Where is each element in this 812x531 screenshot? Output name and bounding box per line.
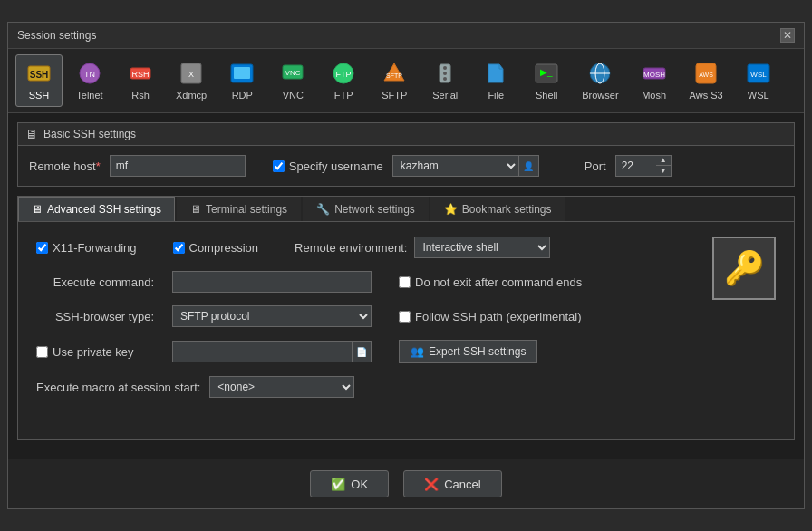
use-private-key-text: Use private key bbox=[53, 345, 134, 359]
close-button[interactable]: ✕ bbox=[780, 28, 795, 43]
basic-ssh-fields: Remote host* Specify username kazham 👤 P… bbox=[29, 155, 783, 177]
advanced-ssh-tab-label: Advanced SSH settings bbox=[47, 203, 161, 216]
svg-text:RSH: RSH bbox=[131, 70, 149, 79]
ssh-browser-type-label: SSH-browser type: bbox=[36, 310, 154, 323]
do-not-exit-label[interactable]: Do not exit after command ends bbox=[399, 275, 582, 289]
dialog-footer: ✅ OK ❌ Cancel bbox=[8, 459, 804, 508]
use-private-key-checkbox[interactable] bbox=[36, 346, 48, 358]
svg-text:VNC: VNC bbox=[285, 69, 301, 77]
remote-env-select[interactable]: Interactive shell Bash Custom bbox=[414, 237, 550, 258]
key-icon: 🔑 bbox=[724, 249, 765, 287]
follow-ssh-path-checkbox[interactable] bbox=[399, 311, 411, 323]
specify-username-checkbox-label[interactable]: Specify username bbox=[273, 159, 383, 173]
protocol-rdp[interactable]: RDP bbox=[218, 54, 266, 107]
username-select[interactable]: kazham bbox=[392, 155, 519, 177]
execute-command-input[interactable] bbox=[172, 271, 372, 293]
cancel-label: Cancel bbox=[444, 478, 480, 491]
cancel-button[interactable]: ❌ Cancel bbox=[403, 470, 501, 497]
protocol-ssh[interactable]: SSH SSH bbox=[15, 54, 63, 107]
protocol-rsh[interactable]: RSH Rsh bbox=[117, 54, 164, 107]
protocol-bar: SSH SSH TN Telnet RSH Rsh X Xdmcp bbox=[8, 49, 804, 113]
protocol-xdmcp[interactable]: X Xdmcp bbox=[168, 54, 215, 107]
protocol-rdp-label: RDP bbox=[232, 90, 253, 101]
macro-row: Execute macro at session start: <none> bbox=[36, 376, 694, 398]
protocol-vnc[interactable]: VNC VNC bbox=[269, 54, 316, 107]
rdp-icon bbox=[229, 61, 255, 86]
serial-icon bbox=[432, 61, 458, 86]
protocol-wsl[interactable]: WSL WSL bbox=[735, 54, 782, 107]
follow-ssh-path-text: Follow SSH path (experimental) bbox=[415, 310, 582, 323]
tab-network-settings[interactable]: 🔧 Network settings bbox=[303, 197, 429, 221]
protocol-ftp[interactable]: FTP FTP bbox=[320, 54, 367, 107]
specify-username-checkbox[interactable] bbox=[273, 160, 285, 172]
protocol-telnet-label: Telnet bbox=[76, 90, 102, 101]
protocol-telnet[interactable]: TN Telnet bbox=[66, 54, 113, 107]
adv-row-2: Execute command: Do not exit after comma… bbox=[36, 271, 694, 293]
remote-host-label: Remote host* bbox=[29, 159, 101, 173]
tab-bookmark-settings[interactable]: ⭐ Bookmark settings bbox=[430, 197, 566, 221]
use-private-key-label[interactable]: Use private key bbox=[36, 345, 154, 359]
protocol-browser[interactable]: Browser bbox=[574, 54, 626, 107]
ssh-browser-type-select[interactable]: SFTP protocol SCP protocol bbox=[172, 305, 372, 327]
basic-ssh-icon: 🖥 bbox=[25, 127, 38, 141]
port-input[interactable] bbox=[615, 155, 656, 177]
protocol-sftp[interactable]: SFTP SFTP bbox=[371, 54, 418, 107]
port-decrement-button[interactable]: ▼ bbox=[656, 166, 671, 176]
username-manage-button[interactable]: 👤 bbox=[519, 155, 539, 177]
execute-macro-select[interactable]: <none> bbox=[209, 376, 354, 398]
protocol-mosh-label: Mosh bbox=[642, 90, 666, 101]
browser-icon bbox=[587, 61, 613, 86]
remote-env-field: Remote environment: Interactive shell Ba… bbox=[295, 237, 550, 258]
compression-text: Compression bbox=[189, 241, 259, 255]
protocol-mosh[interactable]: MOSH Mosh bbox=[631, 54, 678, 107]
ok-icon: ✅ bbox=[331, 478, 345, 491]
private-key-browse-button[interactable]: 📄 bbox=[352, 341, 372, 362]
svg-point-17 bbox=[443, 66, 447, 70]
protocol-browser-label: Browser bbox=[582, 90, 618, 101]
advanced-ssh-section: 🖥 Advanced SSH settings 🖥 Terminal setti… bbox=[17, 196, 795, 440]
remote-host-input[interactable] bbox=[110, 155, 246, 177]
terminal-tab-icon: 🖥 bbox=[190, 203, 201, 216]
mosh-icon: MOSH bbox=[642, 61, 667, 86]
protocol-serial[interactable]: Serial bbox=[421, 54, 469, 107]
protocol-shell[interactable]: ▶_ Shell bbox=[523, 54, 570, 107]
ftp-icon: FTP bbox=[331, 61, 356, 86]
protocol-vnc-label: VNC bbox=[283, 90, 304, 101]
do-not-exit-checkbox[interactable] bbox=[399, 276, 411, 288]
svg-text:SFTP: SFTP bbox=[386, 72, 402, 79]
svg-point-18 bbox=[443, 72, 447, 75]
compression-label[interactable]: Compression bbox=[173, 241, 259, 255]
remote-env-label: Remote environment: bbox=[295, 241, 407, 255]
ssh-icon: SSH bbox=[26, 61, 52, 86]
x11-forwarding-checkbox[interactable] bbox=[36, 242, 48, 254]
protocol-awss3[interactable]: AWS Aws S3 bbox=[682, 54, 731, 107]
basic-ssh-header: 🖥 Basic SSH settings bbox=[18, 123, 794, 146]
key-icon-box: 🔑 bbox=[712, 237, 776, 300]
bookmark-tab-label: Bookmark settings bbox=[462, 203, 552, 216]
bookmark-tab-icon: ⭐ bbox=[444, 203, 458, 216]
follow-ssh-path-label[interactable]: Follow SSH path (experimental) bbox=[399, 310, 582, 323]
session-settings-dialog: Session settings ✕ SSH SSH TN Telnet RSH… bbox=[7, 22, 805, 509]
compression-checkbox[interactable] bbox=[173, 242, 185, 254]
private-key-field: 📄 bbox=[172, 341, 372, 362]
tab-advanced-ssh[interactable]: 🖥 Advanced SSH settings bbox=[18, 197, 175, 221]
expert-ssh-icon: 👥 bbox=[411, 345, 424, 358]
expert-ssh-button[interactable]: 👥 Expert SSH settings bbox=[399, 340, 537, 363]
port-increment-button[interactable]: ▲ bbox=[656, 156, 671, 166]
sftp-icon: SFTP bbox=[382, 61, 407, 86]
private-key-input[interactable] bbox=[172, 341, 352, 362]
main-content: 🖥 Basic SSH settings Remote host* Specif… bbox=[8, 113, 804, 459]
svg-point-19 bbox=[443, 77, 447, 81]
protocol-ftp-label: FTP bbox=[334, 90, 353, 101]
protocol-serial-label: Serial bbox=[432, 90, 458, 101]
vnc-icon: VNC bbox=[280, 61, 305, 86]
cancel-icon: ❌ bbox=[424, 478, 439, 491]
network-tab-icon: 🔧 bbox=[316, 203, 330, 216]
protocol-file[interactable]: File bbox=[472, 54, 519, 107]
tab-terminal-settings[interactable]: 🖥 Terminal settings bbox=[177, 197, 301, 221]
x11-forwarding-label[interactable]: X11-Forwarding bbox=[36, 241, 137, 255]
dialog-title: Session settings bbox=[17, 29, 96, 42]
svg-text:▶_: ▶_ bbox=[540, 67, 553, 77]
ok-button[interactable]: ✅ OK bbox=[310, 470, 389, 497]
port-label: Port bbox=[585, 159, 606, 173]
